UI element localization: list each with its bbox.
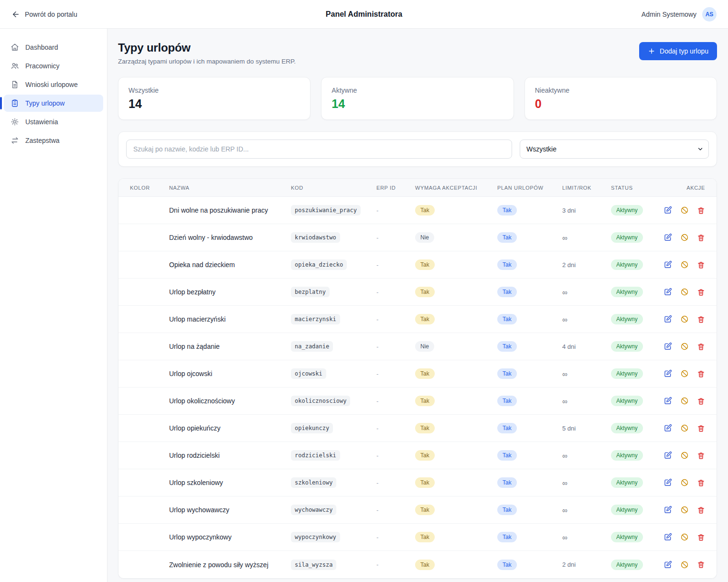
status-badge: Aktywny — [611, 314, 643, 324]
leave-types-table: KOLOR NAZWA KOD ERP ID WYMAGA AKCEPTACJI… — [118, 178, 717, 579]
edit-icon — [664, 478, 672, 487]
sidebar-item-ustawienia[interactable]: Ustawienia — [4, 113, 103, 130]
table-row: Urlop ojcowski ojcowski - Tak Tak ∞ Akty… — [118, 360, 717, 388]
edit-button[interactable] — [664, 260, 672, 269]
back-to-portal-link[interactable]: Powrót do portalu — [11, 10, 77, 19]
column-header-erp-id: ERP ID — [376, 185, 415, 191]
trash-icon — [697, 479, 705, 487]
row-actions — [664, 478, 705, 487]
requires-approval-badge: Tak — [415, 423, 435, 433]
status-filter-select[interactable]: Wszystkie — [520, 140, 709, 159]
trash-icon — [697, 452, 705, 460]
row-actions — [664, 560, 705, 569]
requires-approval-badge: Tak — [415, 450, 435, 461]
edit-button[interactable] — [664, 506, 672, 514]
delete-button[interactable] — [697, 288, 705, 296]
sidebar-item-zastepstwa[interactable]: Zastepstwa — [4, 132, 103, 149]
delete-button[interactable] — [697, 451, 705, 460]
delete-button[interactable] — [697, 206, 705, 215]
erp-id-value: - — [376, 261, 415, 269]
sidebar-item-dashboard[interactable]: Dashboard — [4, 39, 103, 56]
edit-button[interactable] — [664, 342, 672, 351]
deactivate-button[interactable] — [680, 506, 689, 514]
deactivate-button[interactable] — [680, 342, 689, 351]
edit-button[interactable] — [664, 560, 672, 569]
status-badge: Aktywny — [611, 423, 643, 433]
delete-button[interactable] — [697, 315, 705, 323]
trash-icon — [697, 397, 705, 405]
requires-approval-badge: Tak — [415, 560, 435, 570]
sidebar-item-typy-urlopow[interactable]: Typy urlopow — [4, 95, 103, 112]
delete-button[interactable] — [697, 369, 705, 378]
delete-button[interactable] — [697, 260, 705, 269]
column-header-wymaga-akceptacji: WYMAGA AKCEPTACJI — [415, 185, 497, 191]
delete-button[interactable] — [697, 342, 705, 351]
edit-icon — [664, 342, 672, 351]
deactivate-button[interactable] — [680, 533, 689, 541]
edit-button[interactable] — [664, 478, 672, 487]
limit-per-year: ∞ — [562, 234, 611, 242]
delete-button[interactable] — [697, 560, 705, 569]
leave-plan-badge: Tak — [497, 532, 517, 542]
plus-icon — [648, 47, 655, 55]
status-badge: Aktywny — [611, 341, 643, 352]
edit-button[interactable] — [664, 451, 672, 460]
deactivate-button[interactable] — [680, 451, 689, 460]
delete-button[interactable] — [697, 533, 705, 541]
deactivate-button[interactable] — [680, 260, 689, 269]
leave-type-name: Urlop na żądanie — [169, 343, 291, 350]
leave-plan-badge: Tak — [497, 368, 517, 379]
user-area: Admin Systemowy AS — [642, 7, 717, 22]
edit-button[interactable] — [664, 315, 672, 323]
trash-icon — [697, 533, 705, 541]
table-row: Urlop opiekuńczy opiekunczy - Tak Tak 5 … — [118, 415, 717, 442]
row-actions — [664, 424, 705, 432]
deactivate-button[interactable] — [680, 478, 689, 487]
ban-icon — [680, 233, 689, 242]
user-name: Admin Systemowy — [642, 11, 696, 18]
deactivate-button[interactable] — [680, 560, 689, 569]
leave-plan-badge: Tak — [497, 450, 517, 461]
delete-button[interactable] — [697, 397, 705, 405]
deactivate-button[interactable] — [680, 233, 689, 242]
leave-type-code: rodzicielski — [291, 450, 340, 461]
limit-per-year: ∞ — [562, 452, 611, 460]
deactivate-button[interactable] — [680, 424, 689, 432]
edit-button[interactable] — [664, 397, 672, 405]
column-header-nazwa: NAZWA — [169, 185, 291, 191]
avatar[interactable]: AS — [702, 7, 717, 22]
sidebar: Dashboard Pracownicy Wnioski urlopowe Ty… — [0, 29, 107, 582]
edit-button[interactable] — [664, 206, 672, 215]
edit-button[interactable] — [664, 424, 672, 432]
ban-icon — [680, 206, 689, 215]
requires-approval-badge: Tak — [415, 396, 435, 406]
sidebar-item-wnioski-urlopowe[interactable]: Wnioski urlopowe — [4, 76, 103, 93]
deactivate-button[interactable] — [680, 288, 689, 296]
sidebar-item-pracownicy[interactable]: Pracownicy — [4, 57, 103, 75]
delete-button[interactable] — [697, 478, 705, 487]
edit-button[interactable] — [664, 369, 672, 378]
edit-button[interactable] — [664, 533, 672, 541]
table-row: Urlop rodzicielski rodzicielski - Tak Ta… — [118, 442, 717, 469]
delete-button[interactable] — [697, 506, 705, 514]
arrow-left-icon — [11, 10, 20, 19]
edit-button[interactable] — [664, 288, 672, 296]
add-leave-type-button[interactable]: Dodaj typ urlopu — [639, 42, 717, 60]
deactivate-button[interactable] — [680, 315, 689, 323]
leave-plan-badge: Tak — [497, 505, 517, 515]
edit-icon — [664, 451, 672, 460]
deactivate-button[interactable] — [680, 369, 689, 378]
row-actions — [664, 260, 705, 269]
deactivate-button[interactable] — [680, 397, 689, 405]
leave-type-code: sila_wyzsza — [291, 560, 336, 570]
delete-button[interactable] — [697, 424, 705, 432]
document-icon — [11, 80, 19, 89]
edit-button[interactable] — [664, 233, 672, 242]
delete-button[interactable] — [697, 233, 705, 242]
ban-icon — [680, 478, 689, 487]
table-row: Urlop bezpłatny bezplatny - Tak Tak ∞ Ak… — [118, 279, 717, 306]
search-input[interactable] — [126, 140, 512, 159]
deactivate-button[interactable] — [680, 206, 689, 215]
erp-id-value: - — [376, 534, 415, 541]
leave-plan-badge: Tak — [497, 287, 517, 297]
